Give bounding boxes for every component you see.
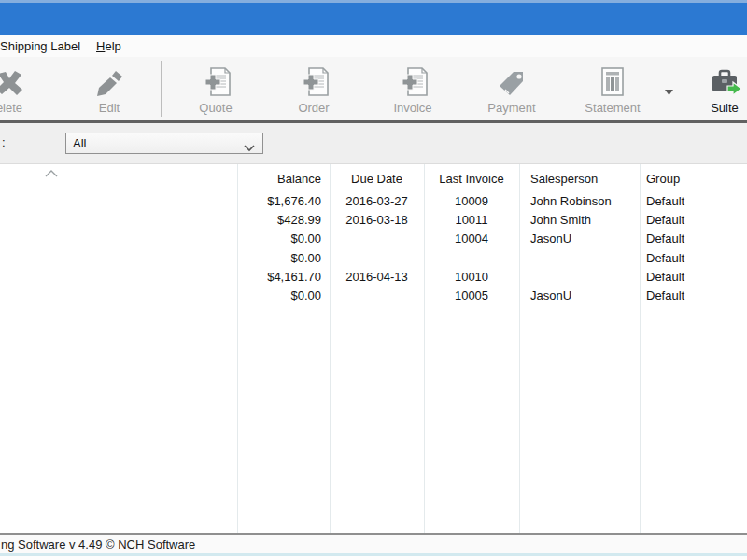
cell-due-date: 2016-03-27 [330, 194, 424, 208]
order-button[interactable]: Order [269, 63, 359, 119]
suite-label: Suite [711, 101, 739, 115]
column-header-due-date[interactable]: Due Date [330, 172, 424, 189]
statement-label: Statement [585, 101, 640, 115]
cell-group: Default [646, 194, 745, 208]
column-header-last-invoice[interactable]: Last Invoice [424, 172, 519, 189]
cell-salesperson: JasonU [525, 288, 639, 302]
app-window: Shipping Label Help elete Edit [0, 0, 747, 560]
delete-label: elete [0, 101, 22, 115]
cell-balance: $4,161.70 [237, 270, 321, 284]
order-label: Order [298, 101, 329, 115]
menu-bar: Shipping Label Help [0, 35, 747, 57]
cell-group: Default [646, 270, 745, 284]
delete-x-icon [0, 63, 26, 98]
cell-salesperson: JasonU [525, 231, 639, 245]
payment-label: Payment [487, 101, 535, 115]
cell-last-invoice: 10005 [424, 288, 519, 302]
document-plus-icon [198, 63, 233, 98]
toolbar-separator [161, 61, 162, 117]
edit-label: Edit [99, 101, 120, 115]
cell-balance: $1,676.40 [237, 194, 321, 208]
customer-table: Balance Due Date Last Invoice Salesperso… [0, 164, 747, 533]
price-tag-icon [496, 63, 528, 98]
column-header-group[interactable]: Group [646, 172, 745, 189]
table-row[interactable]: $0.00 Default [0, 251, 747, 270]
document-plus-icon [395, 63, 430, 98]
statement-button[interactable]: Statement [568, 63, 657, 119]
filter-bar: : All [0, 123, 747, 163]
filter-combobox[interactable]: All [65, 133, 263, 154]
suitcase-green-arrow-icon [707, 63, 742, 98]
filter-label: : [2, 135, 6, 149]
toolbar: elete Edit Quote [0, 57, 747, 120]
table-row[interactable]: $0.00 10004 JasonU Default [0, 231, 747, 250]
cell-balance: $0.00 [237, 231, 321, 245]
chevron-down-icon [665, 90, 673, 95]
sort-ascending-icon [45, 164, 58, 181]
cell-group: Default [646, 288, 745, 302]
invoice-button[interactable]: Invoice [368, 63, 458, 119]
chevron-down-icon [244, 141, 255, 155]
column-header-salesperson[interactable]: Salesperson [525, 172, 639, 189]
cell-last-invoice: 10011 [424, 213, 519, 227]
cell-salesperson: John Robinson [525, 194, 639, 208]
table-row[interactable]: $0.00 10005 JasonU Default [0, 288, 747, 307]
cell-salesperson: John Smith [525, 213, 639, 227]
cell-group: Default [646, 213, 745, 227]
payment-button[interactable]: Payment [467, 63, 557, 119]
quote-button[interactable]: Quote [171, 63, 261, 119]
window-bottom-edge [0, 556, 747, 560]
cell-balance: $428.99 [237, 213, 321, 227]
table-row[interactable]: $4,161.70 2016-04-13 10010 Default [0, 270, 747, 288]
cell-group: Default [646, 231, 745, 245]
filter-combobox-value: All [73, 136, 86, 150]
title-bar-highlight [0, 0, 747, 3]
menu-item-shipping-label[interactable]: Shipping Label [0, 39, 80, 53]
title-bar [0, 0, 747, 35]
statement-document-icon [599, 63, 627, 98]
cell-last-invoice: 10004 [424, 231, 519, 245]
document-plus-icon [296, 63, 331, 98]
cell-balance: $0.00 [237, 251, 321, 265]
table-row[interactable]: $1,676.40 2016-03-27 10009 John Robinson… [0, 194, 747, 213]
edit-button[interactable]: Edit [64, 63, 154, 119]
cell-due-date: 2016-03-18 [330, 213, 424, 227]
status-bar: ng Software v 4.49 © NCH Software [0, 535, 747, 553]
cell-last-invoice: 10009 [424, 194, 519, 208]
table-row[interactable]: $428.99 2016-03-18 10011 John Smith Defa… [0, 213, 747, 231]
invoice-label: Invoice [393, 101, 431, 115]
cell-last-invoice: 10010 [424, 270, 519, 284]
column-header-balance[interactable]: Balance [237, 172, 321, 189]
edit-pencil-icon [93, 63, 125, 98]
status-text: ng Software v 4.49 © NCH Software [1, 538, 195, 552]
statement-dropdown-button[interactable] [659, 83, 678, 102]
cell-balance: $0.00 [237, 288, 321, 302]
cell-group: Default [646, 251, 745, 265]
delete-button[interactable]: elete [0, 63, 54, 119]
menu-item-help[interactable]: Help [96, 39, 121, 53]
suite-button[interactable]: Suite [680, 63, 747, 119]
quote-label: Quote [199, 101, 232, 115]
cell-due-date: 2016-04-13 [330, 270, 424, 284]
